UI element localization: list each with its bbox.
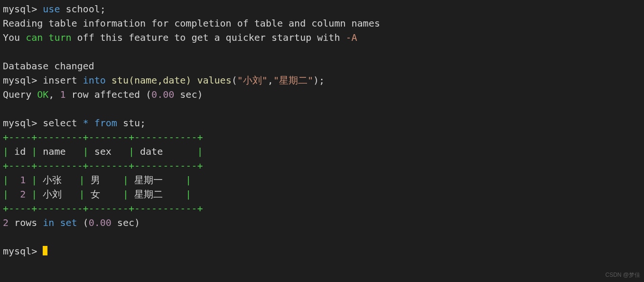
table-border: +----+--------+-------+-----------+ xyxy=(3,132,203,143)
number: 1 xyxy=(60,89,65,100)
output-text: You xyxy=(3,32,26,43)
cmd-text: school; xyxy=(60,3,105,15)
col-sex: sex xyxy=(89,146,129,157)
prompt: mysql> xyxy=(3,75,37,86)
col-id: id xyxy=(9,146,31,157)
keyword-values: values xyxy=(197,75,231,86)
star: * xyxy=(83,117,89,129)
col-name: name xyxy=(37,146,83,157)
keyword-from: from xyxy=(94,117,117,129)
cursor-icon xyxy=(43,246,47,255)
watermark: CSDN @梦佳 xyxy=(605,271,640,279)
keyword-can: can xyxy=(26,32,43,43)
status-ok: OK xyxy=(37,89,48,100)
output-text: Query xyxy=(3,89,37,100)
keyword-turn: turn xyxy=(48,32,71,43)
table-border: +----+--------+-------+-----------+ xyxy=(3,160,203,171)
cell-date: 星期一 xyxy=(129,174,186,186)
prompt: mysql> xyxy=(3,245,37,257)
cmd-text: select xyxy=(43,117,83,129)
prompt: mysql> xyxy=(3,117,37,129)
flag-a: -A xyxy=(345,32,357,43)
keyword-use: use xyxy=(43,3,60,15)
keyword-in: in xyxy=(43,217,54,228)
string-literal: "小刘" xyxy=(237,75,268,86)
table-border: +----+--------+-------+-----------+ xyxy=(3,203,203,214)
keyword-into: into xyxy=(83,75,106,86)
cell-id: 2 xyxy=(20,188,26,200)
number: 0.00 xyxy=(89,217,112,228)
cmd-text: insert xyxy=(43,75,83,86)
cell-name: 小刘 xyxy=(37,188,79,200)
cell-name: 小张 xyxy=(37,174,79,186)
cell-sex: 男 xyxy=(85,174,123,186)
number: 0.00 xyxy=(151,89,174,100)
output-line: Database changed xyxy=(3,60,94,72)
terminal-output[interactable]: mysql> use school; Reading table informa… xyxy=(0,0,644,260)
cell-date: 星期二 xyxy=(129,188,186,200)
output-text: off this feature to get a quicker startu… xyxy=(72,32,346,43)
col-date: date xyxy=(134,146,197,157)
prompt: mysql> xyxy=(3,3,37,15)
output-line: Reading table information for completion… xyxy=(3,18,380,29)
cell-id: 1 xyxy=(20,174,26,186)
string-literal: "星期二" xyxy=(273,75,313,86)
fn-call: stu(name,date) xyxy=(112,75,192,86)
table-pipe: | xyxy=(3,146,9,157)
cell-sex: 女 xyxy=(85,188,123,200)
number: 2 xyxy=(3,217,9,228)
keyword-set: set xyxy=(60,217,77,228)
